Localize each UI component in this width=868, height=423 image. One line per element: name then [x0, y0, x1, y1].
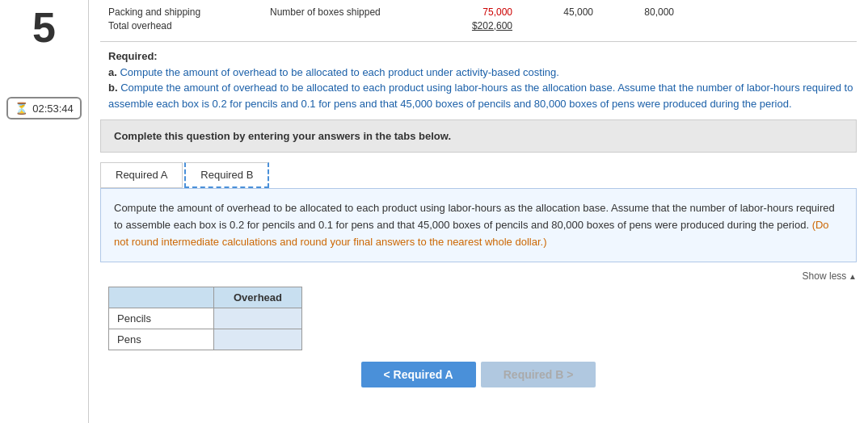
step-number: 5 [32, 6, 56, 48]
pencils-label: Pencils [109, 308, 214, 329]
table-row-pencils: Pencils [109, 308, 302, 329]
complete-box: Complete this question by entering your … [100, 119, 857, 153]
row-label: Packing and shipping [108, 6, 254, 18]
pencils-input[interactable] [217, 312, 298, 325]
pencils-input-cell[interactable] [214, 308, 302, 329]
show-less-row: Show less ▲ [100, 270, 857, 282]
next-button: Required B > [481, 362, 596, 387]
total-label: Total overhead [108, 20, 254, 31]
required-a-text: Compute the amount of overhead to be all… [117, 66, 559, 78]
tabs-row: Required A Required B [100, 162, 857, 188]
tab-required-a[interactable]: Required A [100, 162, 183, 188]
tab-content: Compute the amount of overhead to be all… [100, 188, 857, 262]
timer-value: 02:53:44 [32, 103, 74, 115]
required-section: Required: a. Compute the amount of overh… [108, 48, 857, 111]
prev-button[interactable]: < Required A [361, 362, 476, 387]
tab-main-text: Compute the amount of overhead to be all… [114, 202, 835, 231]
table-row: Packing and shipping Number of boxes shi… [108, 6, 857, 18]
total-val: $202,600 [448, 20, 512, 31]
show-less-arrow: ▲ [846, 272, 857, 281]
nav-buttons: < Required A Required B > [100, 362, 857, 387]
row-val2: 45,000 [529, 6, 593, 18]
row-desc: Number of boxes shipped [270, 6, 432, 18]
divider [100, 41, 857, 42]
col-overhead-header: Overhead [214, 287, 302, 308]
pens-input-cell[interactable] [214, 329, 302, 350]
total-spacer [270, 20, 432, 31]
overhead-table: Overhead Pencils Pens [108, 287, 302, 350]
row-val3: 80,000 [609, 6, 674, 18]
left-panel: 5 ⏳ 02:53:44 [0, 0, 89, 423]
pens-label: Pens [109, 329, 214, 350]
timer-box: ⏳ 02:53:44 [6, 97, 82, 119]
tab-required-b[interactable]: Required B [184, 162, 269, 188]
total-row: Total overhead $202,600 [108, 20, 857, 31]
table-row-pens: Pens [109, 329, 302, 350]
pens-input[interactable] [217, 333, 298, 346]
show-less-link[interactable]: Show less [803, 270, 847, 282]
top-table: Packing and shipping Number of boxes shi… [108, 6, 857, 31]
right-panel: Packing and shipping Number of boxes shi… [89, 0, 868, 423]
required-heading: Required: [108, 48, 857, 65]
timer-icon: ⏳ [15, 102, 28, 115]
required-b-text: Compute the amount of overhead to be all… [108, 82, 853, 110]
required-b: b. Compute the amount of overhead to be … [108, 80, 857, 111]
row-val1: 75,000 [448, 6, 512, 18]
col-label-header [109, 287, 214, 308]
required-a: a. Compute the amount of overhead to be … [108, 65, 857, 81]
